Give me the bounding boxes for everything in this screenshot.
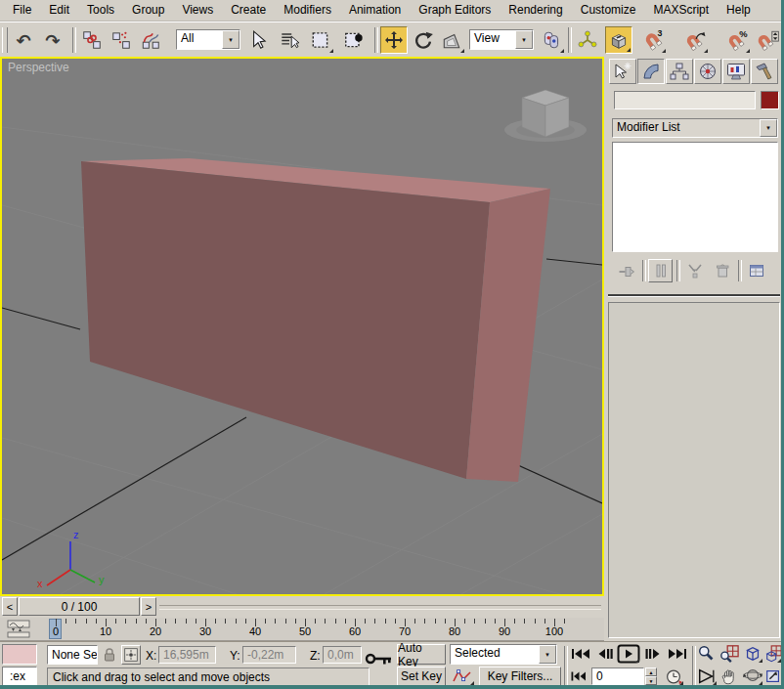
- key-filters-button[interactable]: Key Filters...: [479, 667, 561, 686]
- bind-to-space-warp-button[interactable]: [137, 26, 164, 54]
- object-color-swatch[interactable]: [761, 91, 779, 109]
- viewport-canvas[interactable]: z x y: [2, 59, 602, 594]
- time-configuration-button[interactable]: [663, 667, 684, 686]
- selection-filter-dropdown[interactable]: All ▼: [176, 29, 240, 50]
- select-and-scale-button[interactable]: [438, 26, 465, 54]
- field-of-view-button[interactable]: [696, 667, 718, 686]
- tab-utilities[interactable]: [751, 59, 778, 84]
- key-mode-toggle[interactable]: [569, 667, 588, 685]
- snaps-toggle-button[interactable]: 3: [639, 26, 667, 54]
- current-frame-field[interactable]: 0: [591, 667, 644, 685]
- absolute-mode-transform-toggle[interactable]: [121, 645, 141, 665]
- menu-item[interactable]: Create: [222, 0, 275, 21]
- rollout-area[interactable]: [608, 302, 780, 638]
- menu-item[interactable]: Modifiers: [275, 0, 340, 21]
- toolbar-handle[interactable]: [2, 27, 8, 53]
- status-bar: :ex None Se X: 16,595m Y: -0,22m Z: 0,0m: [0, 641, 784, 689]
- macro-recorder-pane[interactable]: [2, 644, 37, 665]
- zoom-button[interactable]: [696, 644, 718, 664]
- tab-hierarchy[interactable]: [666, 59, 693, 84]
- dropdown-arrow-icon[interactable]: ▼: [222, 30, 240, 49]
- open-mini-curve-editor-button[interactable]: [6, 620, 33, 639]
- menu-item[interactable]: Tools: [78, 0, 123, 21]
- z-coordinate-field[interactable]: 0,0m: [323, 646, 362, 664]
- modifier-stack-list[interactable]: [612, 142, 778, 252]
- menu-item[interactable]: Views: [173, 0, 222, 21]
- play-animation-button[interactable]: [617, 644, 640, 664]
- angle-snap-toggle-button[interactable]: [681, 26, 709, 54]
- reference-coordinate-system-dropdown[interactable]: View ▼: [469, 29, 534, 50]
- menu-item[interactable]: Rendering: [500, 0, 571, 21]
- menu-item[interactable]: Graph Editors: [410, 0, 500, 21]
- object-name-field[interactable]: [614, 91, 756, 109]
- select-object-button[interactable]: [244, 26, 272, 54]
- remove-modifier-button[interactable]: [710, 259, 734, 282]
- menu-item[interactable]: Customize: [572, 0, 645, 21]
- keyboard-shortcut-override-toggle[interactable]: [605, 26, 632, 54]
- zoom-all-button[interactable]: [719, 644, 740, 664]
- go-to-start-button[interactable]: [569, 645, 592, 663]
- frame-spinner[interactable]: ▲ ▼: [645, 667, 657, 685]
- ruler-tick-label: 20: [150, 625, 161, 637]
- viewcube[interactable]: [504, 90, 587, 142]
- unlink-selection-button[interactable]: [108, 26, 135, 54]
- window-crossing-toggle-button[interactable]: [340, 26, 368, 54]
- tab-modify[interactable]: [637, 59, 665, 84]
- time-slider-handle[interactable]: 0 / 100: [19, 597, 140, 616]
- undo-button[interactable]: ↶: [10, 26, 37, 54]
- modify-icon: [640, 61, 662, 82]
- menu-item[interactable]: File: [4, 0, 40, 21]
- menu-item[interactable]: Edit: [40, 0, 78, 21]
- track-ruler[interactable]: 0102030405060708090100: [43, 618, 604, 641]
- zoom-extents-button[interactable]: [742, 644, 763, 664]
- min-max-viewport-toggle[interactable]: [764, 667, 782, 686]
- ruler-tick-label: 80: [449, 625, 460, 637]
- tab-create[interactable]: [609, 59, 636, 84]
- configure-modifier-sets-button[interactable]: [744, 259, 768, 282]
- arc-rotate-button[interactable]: [742, 667, 763, 686]
- modifier-list-dropdown[interactable]: Modifier List ▼: [612, 118, 778, 138]
- make-unique-button[interactable]: [682, 259, 707, 282]
- time-slider-next-button[interactable]: >: [141, 597, 156, 616]
- show-end-result-button[interactable]: [648, 259, 673, 282]
- box-object[interactable]: [81, 158, 550, 482]
- rectangular-selection-region-button[interactable]: [307, 26, 334, 54]
- time-slider-prev-button[interactable]: <: [2, 597, 18, 616]
- previous-frame-button[interactable]: [595, 645, 615, 663]
- default-in-out-tangents-button[interactable]: [450, 667, 475, 686]
- next-frame-button[interactable]: [643, 645, 663, 663]
- menu-item[interactable]: Help: [718, 0, 760, 21]
- tab-motion[interactable]: [694, 59, 721, 84]
- tab-display[interactable]: [722, 59, 750, 84]
- go-to-end-button[interactable]: [666, 645, 689, 663]
- dropdown-arrow-icon[interactable]: ▼: [760, 119, 777, 137]
- select-by-name-button[interactable]: [276, 26, 303, 54]
- viewport-label[interactable]: Perspective: [8, 61, 69, 74]
- select-object-icon: [247, 29, 269, 51]
- maxscript-mini-listener[interactable]: :ex: [2, 667, 37, 686]
- key-scope-dropdown[interactable]: Selected ▼: [450, 644, 557, 665]
- select-and-manipulate-button[interactable]: [574, 26, 601, 54]
- selection-lock-toggle[interactable]: [101, 646, 118, 664]
- zoom-extents-all-button[interactable]: [764, 644, 782, 664]
- auto-key-button[interactable]: Auto Key: [397, 644, 446, 665]
- redo-button[interactable]: ↷: [39, 26, 66, 54]
- use-pivot-point-center-button[interactable]: [538, 26, 565, 54]
- select-and-move-button[interactable]: [380, 26, 408, 54]
- select-and-rotate-button[interactable]: [410, 26, 437, 54]
- dropdown-arrow-icon[interactable]: ▼: [539, 645, 556, 664]
- pan-view-button[interactable]: [719, 667, 740, 686]
- menu-item[interactable]: Animation: [340, 0, 410, 21]
- time-slider-track[interactable]: [159, 605, 601, 610]
- x-coordinate-field[interactable]: 16,595m: [158, 646, 216, 664]
- menu-item[interactable]: MAXScript: [644, 0, 718, 21]
- dropdown-arrow-icon[interactable]: ▼: [515, 30, 533, 49]
- percent-snap-toggle-button[interactable]: %: [723, 26, 751, 54]
- menu-item[interactable]: Group: [123, 0, 173, 21]
- pin-stack-button[interactable]: [614, 259, 638, 282]
- spinner-snap-toggle-button[interactable]: [755, 26, 782, 54]
- viewport-perspective[interactable]: z x y Perspective: [0, 57, 604, 596]
- set-key-button[interactable]: Set Key: [397, 667, 446, 686]
- select-and-link-button[interactable]: [78, 26, 106, 54]
- y-coordinate-field[interactable]: -0,22m: [242, 646, 296, 664]
